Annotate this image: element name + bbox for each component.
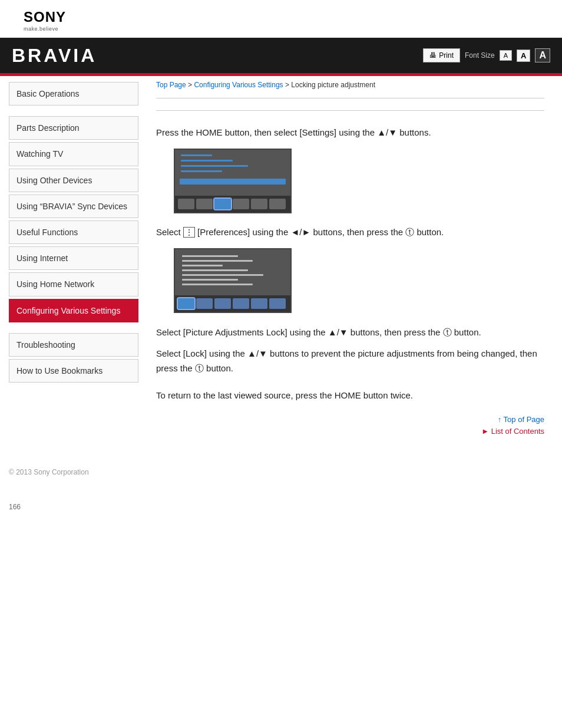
copyright: © 2013 Sony Corporation: [9, 468, 89, 476]
sidebar-item-parts-description[interactable]: Parts Description: [9, 116, 138, 140]
content-area: Top Page > Configuring Various Settings …: [144, 76, 562, 453]
sidebar-item-watching-tv[interactable]: Watching TV: [9, 142, 138, 166]
divider-top: [156, 98, 544, 98]
breadcrumb-current: Locking picture adjustment: [291, 81, 375, 89]
footer: © 2013 Sony Corporation: [0, 459, 562, 485]
sidebar-item-troubleshooting[interactable]: Troubleshooting: [9, 333, 138, 357]
step2-post: button.: [414, 227, 444, 237]
tv-screen-2: [174, 248, 292, 313]
breadcrumb-sep1: >: [186, 81, 194, 89]
step2-image: [174, 248, 544, 313]
tv-screen-1: [174, 149, 292, 213]
step2-mid: [Preferences] using the ◄/► buttons, the…: [195, 227, 414, 237]
main-layout: Basic Operations Parts Description Watch…: [0, 76, 562, 453]
sony-logo: SONY: [24, 9, 550, 25]
print-button[interactable]: 🖶 Print: [423, 48, 460, 62]
sidebar-item-basic-operations[interactable]: Basic Operations: [9, 82, 138, 106]
list-of-contents-anchor[interactable]: ► List of Contents: [481, 427, 544, 436]
font-small-button[interactable]: A: [500, 50, 512, 61]
header-controls: 🖶 Print Font Size A A A: [423, 48, 550, 62]
sidebar-item-bookmarks[interactable]: How to Use Bookmarks: [9, 359, 138, 383]
sidebar-item-using-other-devices[interactable]: Using Other Devices: [9, 169, 138, 192]
breadcrumb-configuring[interactable]: Configuring Various Settings: [194, 81, 283, 89]
step1-text: Press the HOME button, then select [Sett…: [156, 126, 544, 140]
top-bar: BRAVIA 🖶 Print Font Size A A A: [0, 38, 562, 73]
step2-pre: Select: [156, 227, 183, 237]
sidebar-item-useful-functions[interactable]: Useful Functions: [9, 220, 138, 244]
print-icon: 🖶: [429, 51, 437, 60]
step1-image: [174, 149, 544, 213]
step2-icon: ⋮: [183, 227, 195, 238]
top-of-page-anchor[interactable]: ↑ Top of Page: [498, 415, 544, 424]
font-size-label: Font Size: [465, 51, 495, 60]
final-text: To return to the last viewed source, pre…: [156, 388, 544, 403]
list-of-contents-link: ► List of Contents: [156, 426, 544, 436]
sidebar-item-using-internet[interactable]: Using Internet: [9, 246, 138, 270]
step3-text: Select [Picture Adjustments Lock] using …: [156, 325, 544, 340]
step4-text: Select [Lock] using the ▲/▼ buttons to p…: [156, 346, 544, 376]
sony-header: SONY make.believe: [0, 0, 562, 38]
divider-bottom: [156, 110, 544, 111]
breadcrumb-top[interactable]: Top Page: [156, 81, 186, 89]
breadcrumb-sep2: >: [283, 81, 292, 89]
sidebar-item-bravia-sync[interactable]: Using “BRAVIA” Sync Devices: [9, 195, 138, 218]
sidebar-item-configuring-settings[interactable]: Configuring Various Settings: [9, 299, 138, 322]
breadcrumb: Top Page > Configuring Various Settings …: [156, 76, 544, 89]
sony-tagline: make.believe: [24, 26, 550, 32]
step2-text: Select ⋮ [Preferences] using the ◄/► but…: [156, 225, 544, 239]
sidebar-item-home-network[interactable]: Using Home Network: [9, 272, 138, 296]
top-of-page-link: ↑ Top of Page: [156, 414, 544, 424]
font-large-button[interactable]: A: [535, 48, 550, 62]
print-label: Print: [439, 51, 454, 60]
sidebar: Basic Operations Parts Description Watch…: [0, 76, 144, 453]
content-body: Press the HOME button, then select [Sett…: [156, 123, 544, 436]
page-number: 166: [0, 503, 562, 511]
bravia-logo: BRAVIA: [12, 45, 97, 67]
font-medium-button[interactable]: A: [517, 50, 530, 62]
